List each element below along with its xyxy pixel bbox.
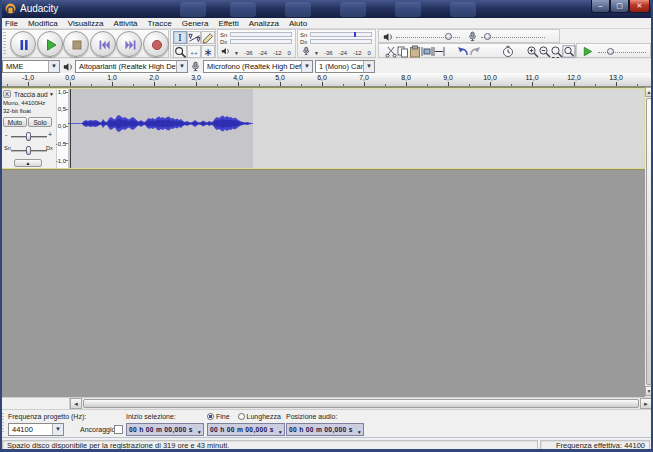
- close-button[interactable]: ✕: [629, 0, 650, 13]
- timeshift-tool-button[interactable]: ↔: [187, 45, 201, 58]
- playback-speed-thumb[interactable]: [607, 48, 614, 55]
- track-close-button[interactable]: X: [3, 90, 11, 98]
- menu-attività[interactable]: Attività: [109, 18, 143, 29]
- scroll-right-button[interactable]: ►: [640, 398, 652, 409]
- playback-speed-slider[interactable]: [598, 52, 646, 53]
- draw-tool-button[interactable]: [201, 31, 215, 44]
- microphone-icon: [467, 31, 478, 42]
- input-volume-thumb[interactable]: [484, 33, 491, 40]
- redo-button[interactable]: [468, 45, 483, 59]
- skip-to-end-button[interactable]: [116, 31, 142, 57]
- project-rate-select[interactable]: 44100▼: [8, 423, 64, 436]
- output-device-select[interactable]: Altoparlanti (Realtek High Defi▼: [75, 60, 188, 73]
- end-radio-label[interactable]: Fine: [216, 413, 230, 420]
- track-waveform-area[interactable]: [68, 88, 645, 169]
- chevron-down-icon: ▼: [301, 61, 312, 72]
- zoom-fit-button[interactable]: [562, 45, 577, 59]
- chevron-down-icon: ▼: [176, 61, 187, 72]
- chevron-down-icon[interactable]: ▼: [234, 50, 239, 56]
- track-vertical-ruler[interactable]: 1,00,50,0-0,5-1,0: [56, 88, 68, 169]
- chevron-down-icon: ▼: [48, 61, 59, 72]
- menu-effetti[interactable]: Effetti: [213, 18, 243, 29]
- silence-button[interactable]: [432, 45, 447, 59]
- menu-analizza[interactable]: Analizza: [244, 18, 284, 29]
- mute-button[interactable]: Muto: [3, 117, 27, 127]
- sync-lock-button[interactable]: [501, 45, 516, 59]
- vertical-scrollbar[interactable]: ▲ ▼: [645, 87, 653, 397]
- ruler-label: 1,0: [107, 74, 117, 81]
- meter-bar-sn: [230, 32, 292, 37]
- output-volume-thumb[interactable]: [445, 33, 452, 40]
- scroll-left-button[interactable]: ◄: [70, 398, 82, 409]
- scroll-down-button[interactable]: ▼: [645, 386, 653, 396]
- input-channels-select[interactable]: 1 (Mono) Canale c▼: [315, 60, 375, 73]
- envelope-tool-button[interactable]: [187, 31, 201, 44]
- ruler-label: 11,0: [525, 74, 538, 81]
- length-radio[interactable]: [238, 413, 245, 420]
- ruler-minor-tick: [511, 84, 512, 87]
- input-device-select[interactable]: Microfono (Realtek High Defini▼: [203, 60, 313, 73]
- microphone-icon: [301, 46, 312, 57]
- pause-button[interactable]: [10, 31, 36, 57]
- selection-tool-button[interactable]: I: [173, 31, 187, 44]
- ruler-major-tick: [364, 82, 365, 86]
- minimize-button[interactable]: –: [591, 0, 610, 13]
- menu-genera[interactable]: Genera: [177, 18, 214, 29]
- play-at-speed-icon[interactable]: [582, 46, 593, 57]
- vertical-scroll-thumb[interactable]: [646, 98, 652, 385]
- ruler-minor-tick: [427, 84, 428, 87]
- selection-end-field[interactable]: 00 h 00 m 00,000 s▼: [207, 423, 285, 436]
- menu-file[interactable]: File: [0, 18, 23, 29]
- ruler-label: 12,0: [567, 74, 581, 81]
- chevron-down-icon[interactable]: ▼: [314, 50, 319, 56]
- ruler-major-tick: [574, 82, 575, 86]
- selection-start-label: Inizio selezione:: [126, 413, 176, 420]
- zoom-tool-button[interactable]: [173, 45, 187, 58]
- ruler-minor-tick: [49, 84, 50, 87]
- ruler-major-tick: [448, 82, 449, 86]
- horizontal-scroll-thumb[interactable]: [83, 399, 639, 408]
- menu-aiuto[interactable]: Aiuto: [284, 18, 312, 29]
- multi-tool-button[interactable]: ∗: [201, 45, 215, 58]
- toolbar-grip[interactable]: [1, 413, 4, 434]
- status-message: Spazio disco disponibile per la registra…: [2, 440, 538, 451]
- horizontal-scrollbar[interactable]: ◄ ►: [0, 397, 653, 409]
- tools-toolbar: I↔∗: [170, 29, 216, 58]
- track-title[interactable]: Traccia aud: [14, 91, 48, 98]
- maximize-button[interactable]: ▢: [610, 0, 629, 13]
- snap-checkbox[interactable]: [114, 425, 123, 434]
- status-bar: Spazio disco disponibile per la registra…: [0, 437, 653, 452]
- project-canvas[interactable]: [0, 170, 653, 397]
- track-menu-chevron-icon[interactable]: ▼: [49, 91, 54, 98]
- toolbar-grip[interactable]: [3, 32, 6, 55]
- menu-visualizza[interactable]: Visualizza: [63, 18, 109, 29]
- db-scale-label: -36: [324, 50, 333, 56]
- menu-modifica[interactable]: Modifica: [23, 18, 63, 29]
- channel-label-sn: Sn: [220, 32, 227, 38]
- record-button[interactable]: [143, 31, 169, 57]
- speaker-icon: [221, 46, 232, 57]
- speaker-icon: [63, 62, 73, 72]
- gain-slider-thumb[interactable]: [26, 132, 31, 141]
- audio-position-field[interactable]: 00 h 00 m 00,000 s▼: [286, 423, 364, 436]
- solo-button[interactable]: Solo: [28, 117, 52, 127]
- collapse-track-button[interactable]: ▲: [14, 159, 42, 167]
- audio-host-select[interactable]: MME▼: [2, 60, 60, 73]
- pan-left-label: Sn: [4, 145, 11, 152]
- timeline-ruler[interactable]: -1,00,01,02,03,04,05,06,07,08,09,010,011…: [0, 73, 653, 87]
- chevron-down-icon: ▼: [363, 61, 374, 72]
- pan-slider-thumb[interactable]: [26, 146, 31, 155]
- skip-to-start-button[interactable]: [90, 31, 116, 57]
- play-button[interactable]: [37, 31, 63, 57]
- end-radio[interactable]: [207, 413, 214, 420]
- ruler-minor-tick: [7, 84, 8, 87]
- stop-button[interactable]: [63, 31, 89, 57]
- selection-start-field[interactable]: 00 h 00 m 00,000 s▼: [126, 423, 204, 436]
- ruler-major-tick: [238, 82, 239, 86]
- length-radio-label[interactable]: Lunghezza: [247, 413, 281, 420]
- channel-label-dx: Dx: [220, 39, 227, 45]
- meter-bar-sn: [310, 32, 372, 37]
- gain-min-label: -: [5, 131, 7, 138]
- scroll-up-button[interactable]: ▲: [645, 87, 653, 97]
- menu-tracce[interactable]: Tracce: [143, 18, 177, 29]
